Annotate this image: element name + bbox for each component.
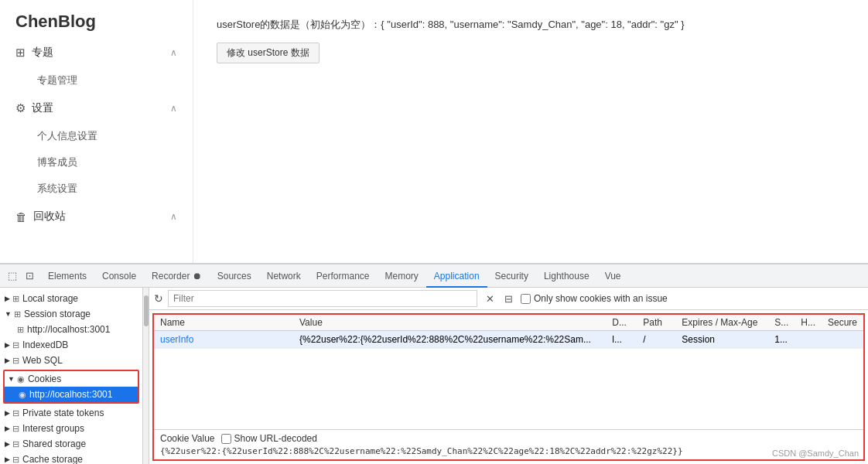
cookie-value-header-text: Cookie Value: [160, 433, 215, 444]
sidebar-scrollbar[interactable]: [143, 288, 149, 464]
tab-performance[interactable]: Performance: [309, 264, 378, 288]
td-value: {%22user%22:{%22userId%22:888%2C%22usern…: [293, 331, 606, 349]
filter-action-group: ✕ ⊟: [482, 291, 516, 307]
devtools-panel: ⬚ ⊡ Elements Console Recorder ⏺ Sources …: [0, 263, 868, 464]
tab-sources[interactable]: Sources: [210, 264, 259, 288]
devtools-body: ▶ ⊞ Local storage ▼ ⊞ Session storage ⊞ …: [0, 288, 868, 464]
sidebar-item-topic-management[interactable]: 专题管理: [0, 67, 193, 94]
table-header-row: Name Value D... Path Expires / Max-Age S…: [154, 315, 863, 331]
private-state-arrow: ▶: [5, 409, 10, 417]
tab-lighthouse[interactable]: Lighthouse: [536, 264, 597, 288]
tab-network[interactable]: Network: [259, 264, 309, 288]
dt-sidebar-indexeddb[interactable]: ▶ ⊟ IndexedDB: [0, 337, 142, 353]
interest-groups-label: Interest groups: [22, 423, 84, 434]
th-domain: D...: [606, 315, 637, 331]
sidebar-group-settings-label: 设置: [32, 101, 53, 115]
dt-sidebar-private-state[interactable]: ▶ ⊟ Private state tokens: [0, 405, 142, 421]
td-secure: [822, 331, 863, 349]
logo: ChenBlog: [0, 0, 193, 38]
sidebar-group-settings[interactable]: ⚙ 设置 ∧: [0, 94, 193, 123]
dt-sidebar-cookies-group: ▼ ◉ Cookies ◉ http://localhost:3001: [3, 370, 139, 404]
private-state-icon: ⊟: [12, 408, 19, 418]
th-secure: Secure: [822, 315, 863, 331]
cookies-panel: ↻ ✕ ⊟ Only show cookies with an issue: [149, 288, 868, 464]
tab-console[interactable]: Console: [94, 264, 144, 288]
sidebar: ChenBlog ⊞ 专题 ∧ 专题管理 ⚙ 设置 ∧ 个人信息设置 博客成员 …: [0, 0, 193, 263]
sidebar-item-system-settings[interactable]: 系统设置: [0, 176, 193, 202]
dt-sidebar-interest-groups[interactable]: ▶ ⊟ Interest groups: [0, 421, 142, 436]
cache-storage-arrow: ▶: [5, 455, 10, 463]
cookies-table-container: Name Value D... Path Expires / Max-Age S…: [154, 315, 863, 429]
indexeddb-icon: ⊟: [12, 340, 19, 350]
shared-storage-label: Shared storage: [22, 438, 86, 449]
local-storage-arrow: ▶: [5, 295, 10, 302]
dt-sidebar-cookies-url[interactable]: ◉ http://localhost:3001: [5, 387, 138, 402]
shared-storage-arrow: ▶: [5, 440, 10, 448]
td-s: 1...: [768, 331, 795, 349]
show-url-decoded-text: Show URL-decoded: [234, 433, 317, 444]
tab-memory[interactable]: Memory: [378, 264, 426, 288]
csdn-watermark: CSDN @Samdy_Chan: [772, 449, 859, 458]
th-s: S...: [768, 315, 795, 331]
tab-recorder[interactable]: Recorder ⏺: [144, 264, 210, 288]
sidebar-group-topics[interactable]: ⊞ 专题 ∧: [0, 38, 193, 67]
sidebar-item-blog-members[interactable]: 博客成员: [0, 149, 193, 176]
dt-sidebar-session-storage[interactable]: ▼ ⊞ Session storage: [0, 306, 142, 322]
table-row[interactable]: userInfo {%22user%22:{%22userId%22:888%2…: [154, 331, 863, 349]
dt-sidebar-session-storage-url[interactable]: ⊞ http://localhost:3001: [0, 322, 142, 337]
cookies-label: Cookies: [28, 374, 61, 384]
local-storage-icon: ⊞: [12, 294, 19, 304]
sidebar-group-recycle[interactable]: 🗑 回收站 ∧: [0, 202, 193, 231]
cookies-url-icon: ◉: [19, 390, 26, 400]
top-section: ChenBlog ⊞ 专题 ∧ 专题管理 ⚙ 设置 ∧ 个人信息设置 博客成员 …: [0, 0, 868, 263]
modify-store-button[interactable]: 修改 userStore 数据: [217, 43, 320, 63]
indexeddb-label: IndexedDB: [22, 339, 68, 350]
cookies-table: Name Value D... Path Expires / Max-Age S…: [154, 315, 863, 349]
cookies-url-label: http://localhost:3001: [29, 389, 112, 400]
shared-storage-icon: ⊟: [12, 439, 19, 449]
sidebar-scrollbar-thumb[interactable]: [144, 295, 149, 326]
console-icon[interactable]: ⊡: [21, 268, 38, 285]
cookies-icon: ◉: [17, 374, 25, 384]
tab-elements[interactable]: Elements: [40, 264, 94, 288]
th-h: H...: [795, 315, 822, 331]
websql-label: Web SQL: [22, 355, 63, 366]
td-path: /: [637, 331, 675, 349]
topics-arrow: ∧: [170, 47, 177, 58]
sidebar-group-topics-label: 专题: [32, 46, 53, 60]
dt-sidebar-local-storage[interactable]: ▶ ⊞ Local storage: [0, 291, 142, 306]
show-url-decoded-label[interactable]: Show URL-decoded: [221, 433, 317, 444]
sidebar-item-profile-settings[interactable]: 个人信息设置: [0, 123, 193, 149]
devtools-tabbar: ⬚ ⊡ Elements Console Recorder ⏺ Sources …: [0, 264, 868, 288]
filter-checkbox-label[interactable]: Only show cookies with an issue: [521, 293, 668, 304]
cookie-value-text: {%22user%22:{%22userId%22:888%2C%22usern…: [160, 446, 857, 456]
dt-sidebar-cache-storage[interactable]: ▶ ⊟ Cache storage: [0, 452, 142, 464]
cookies-content-border: Name Value D... Path Expires / Max-Age S…: [152, 313, 865, 461]
session-storage-url-icon: ⊞: [17, 325, 24, 335]
td-expires: Session: [675, 331, 768, 349]
show-url-decoded-checkbox[interactable]: [221, 434, 231, 444]
recycle-icon: 🗑: [15, 210, 27, 223]
session-storage-icon: ⊞: [14, 309, 21, 319]
cookie-name-link[interactable]: userInfo: [160, 334, 193, 345]
filter-input[interactable]: [168, 290, 477, 307]
dt-sidebar-cookies[interactable]: ▼ ◉ Cookies: [5, 371, 138, 387]
tab-application[interactable]: Application: [426, 264, 487, 288]
recycle-arrow: ∧: [170, 211, 177, 222]
interest-groups-arrow: ▶: [5, 425, 10, 432]
session-storage-arrow: ▼: [5, 310, 12, 318]
interest-groups-icon: ⊟: [12, 424, 19, 434]
filter-checkbox-text: Only show cookies with an issue: [534, 293, 668, 304]
cookie-value-header: Cookie Value Show URL-decoded: [160, 433, 857, 444]
filter-options-icon[interactable]: ⊟: [501, 292, 516, 306]
dt-sidebar-websql[interactable]: ▶ ⊟ Web SQL: [0, 353, 142, 368]
refresh-icon[interactable]: ↻: [154, 292, 163, 305]
indexeddb-arrow: ▶: [5, 341, 10, 349]
inspect-icon[interactable]: ⬚: [4, 268, 21, 285]
tab-vue[interactable]: Vue: [597, 264, 629, 288]
filter-checkbox[interactable]: [521, 294, 531, 304]
dt-sidebar-shared-storage[interactable]: ▶ ⊟ Shared storage: [0, 436, 142, 452]
filter-clear-x-icon[interactable]: ✕: [482, 291, 498, 307]
websql-arrow: ▶: [5, 357, 10, 364]
tab-security[interactable]: Security: [487, 264, 536, 288]
